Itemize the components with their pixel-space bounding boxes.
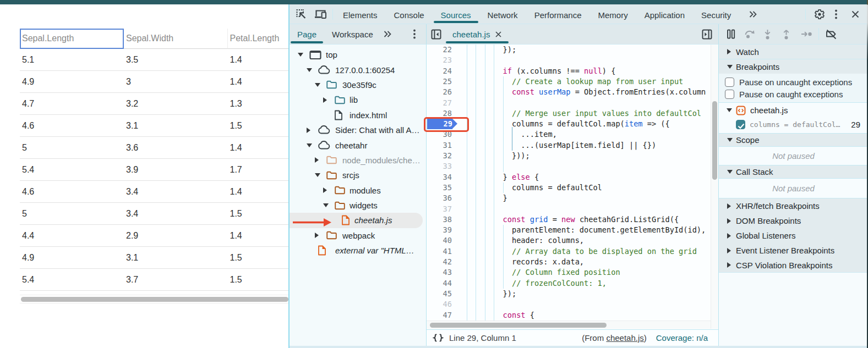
devtools-tab-elements[interactable]: Elements xyxy=(335,4,386,24)
table-cell[interactable]: 3.4 xyxy=(124,203,228,225)
table-header-cell[interactable]: Petal.Length xyxy=(228,29,289,49)
tree-collapse-arrow-icon[interactable] xyxy=(323,203,329,207)
line-number[interactable]: 38 xyxy=(427,214,452,225)
table-cell[interactable]: 1.5 xyxy=(228,115,289,137)
table-cell[interactable]: 3.1 xyxy=(124,115,228,137)
line-number[interactable]: 22 xyxy=(427,45,452,55)
line-number[interactable]: 23 xyxy=(427,55,452,65)
breakpoint-file-group[interactable]: cheetah.js xyxy=(719,103,868,118)
tree-collapse-arrow-icon[interactable] xyxy=(307,68,312,72)
code-line-22[interactable]: 22 }); xyxy=(427,45,711,55)
tree-item-webpack[interactable]: webpack xyxy=(290,228,426,243)
tree-item-widgets[interactable]: widgets xyxy=(290,198,426,213)
table-cell[interactable]: 1.7 xyxy=(228,159,289,181)
line-number[interactable]: 41 xyxy=(427,246,452,257)
devtools-tab-application[interactable]: Application xyxy=(636,4,693,24)
code-line-36[interactable]: 36 } xyxy=(427,193,711,203)
more-tabs-icon[interactable] xyxy=(749,10,758,18)
page-hscroll-thumb[interactable] xyxy=(21,297,288,302)
tree-item-top[interactable]: top xyxy=(290,47,426,62)
code-line-46[interactable]: 46 xyxy=(427,299,711,310)
section-event-listener-breakpoints[interactable]: Event Listener Breakpoints xyxy=(719,243,868,258)
editor-horizontal-scrollbar[interactable] xyxy=(427,321,711,329)
line-number[interactable]: 42 xyxy=(427,257,452,267)
code-line-25[interactable]: 25 // Create a lookup map from user inpu… xyxy=(427,76,711,87)
tree-expand-arrow-icon[interactable] xyxy=(315,157,319,163)
hide-navigator-icon[interactable] xyxy=(431,29,441,40)
table-header-cell[interactable]: Sepal.Width xyxy=(124,29,228,49)
table-cell[interactable]: 4.6 xyxy=(20,115,124,137)
step-over-icon[interactable] xyxy=(744,30,756,39)
settings-gear-icon[interactable] xyxy=(814,9,825,20)
table-cell[interactable]: 3.4 xyxy=(124,181,228,203)
table-cell[interactable]: 5.4 xyxy=(20,269,124,291)
tree-expand-arrow-icon[interactable] xyxy=(307,128,310,133)
line-number[interactable]: 46 xyxy=(427,299,452,310)
code-line-40[interactable]: 40 header: columns, xyxy=(427,235,711,246)
code-line-26[interactable]: 26 const userMap = Object.fromEntries(x.… xyxy=(427,87,711,97)
line-number[interactable]: 37 xyxy=(427,204,452,214)
table-cell[interactable]: 1.4 xyxy=(228,137,289,159)
line-number[interactable]: 25 xyxy=(427,76,452,87)
table-cell[interactable]: 3.1 xyxy=(124,247,228,269)
line-number[interactable]: 24 xyxy=(427,66,452,76)
section-csp-violation-breakpoints[interactable]: CSP Violation Breakpoints xyxy=(719,258,868,273)
navigator-menu-icon[interactable] xyxy=(413,29,416,39)
pause-on-caught-checkbox[interactable] xyxy=(725,90,734,99)
pause-on-uncaught-checkbox[interactable] xyxy=(725,78,734,87)
section-dom-breakpoints[interactable]: DOM Breakpoints xyxy=(719,213,868,228)
navigator-tab-page[interactable]: Page xyxy=(290,24,324,44)
section-breakpoints[interactable]: Breakpoints xyxy=(719,59,868,74)
code-line-44[interactable]: 44 // frozenColCount: 1, xyxy=(427,278,711,289)
table-cell[interactable]: 4.9 xyxy=(20,71,124,93)
table-cell[interactable]: 3 xyxy=(124,71,228,93)
devtools-tab-memory[interactable]: Memory xyxy=(590,4,636,24)
step-icon[interactable] xyxy=(801,31,812,37)
tree-expand-arrow-icon[interactable] xyxy=(323,97,327,103)
line-number[interactable]: 44 xyxy=(427,278,452,289)
table-cell[interactable]: 5.1 xyxy=(20,49,124,71)
code-line-37[interactable]: 37 xyxy=(427,204,711,214)
section-call-stack[interactable]: Call Stack xyxy=(719,165,868,178)
code-line-33[interactable]: 33 xyxy=(427,161,711,172)
code-line-35[interactable]: 35 columns = defaultCol xyxy=(427,183,711,193)
tree-item-index.html[interactable]: index.html xyxy=(290,108,426,123)
code-line-31[interactable]: 31 ...(userMap[item.field] || {}) xyxy=(427,140,711,151)
devtools-tab-sources[interactable]: Sources xyxy=(433,4,479,24)
table-cell[interactable]: 4.4 xyxy=(20,225,124,247)
line-number[interactable]: 47 xyxy=(427,310,452,321)
table-cell[interactable]: 1.4 xyxy=(228,49,289,71)
editor-vscroll-thumb[interactable] xyxy=(712,101,717,180)
line-number[interactable]: 27 xyxy=(427,98,452,108)
line-number[interactable]: 43 xyxy=(427,267,452,278)
tree-item-modules[interactable]: modules xyxy=(290,183,426,198)
line-number[interactable]: 45 xyxy=(427,289,452,299)
table-cell[interactable]: 4.7 xyxy=(20,93,124,115)
page-horizontal-scrollbar[interactable] xyxy=(20,295,288,303)
line-number[interactable]: 31 xyxy=(427,140,452,151)
code-line-24[interactable]: 24 if (x.columns !== null) { xyxy=(427,66,711,76)
line-number[interactable]: 26 xyxy=(427,87,452,97)
devtools-tab-network[interactable]: Network xyxy=(479,4,526,24)
show-sidebar-icon[interactable] xyxy=(702,29,712,40)
editor-vscroll-track[interactable] xyxy=(711,45,719,329)
table-cell[interactable]: 3.2 xyxy=(124,93,228,115)
breakpoint-enabled-checkbox[interactable] xyxy=(736,120,745,129)
table-header-cell[interactable]: Sepal.Length xyxy=(20,29,124,49)
tree-item-30e35f9c[interactable]: 30e35f9c xyxy=(290,78,426,92)
breakpoint-entry[interactable]: columns = defaultCol…29 xyxy=(719,118,868,131)
close-devtools-icon[interactable] xyxy=(851,10,860,19)
pretty-print-icon[interactable] xyxy=(433,334,444,342)
table-cell[interactable]: 5.4 xyxy=(20,159,124,181)
close-file-tab-icon[interactable] xyxy=(495,31,502,38)
code-line-27[interactable]: 27 xyxy=(427,98,711,108)
code-line-42[interactable]: 42 records: x.data, xyxy=(427,257,711,267)
tree-item-127.0.0.1-60254[interactable]: 127.0.0.1:60254 xyxy=(290,62,426,77)
line-number[interactable]: 40 xyxy=(427,235,452,246)
tree-item-cheetahr[interactable]: cheetahr xyxy=(290,137,426,152)
step-into-icon[interactable] xyxy=(763,29,772,40)
code-line-45[interactable]: 45 }); xyxy=(427,289,711,299)
tree-item-node-modules-che-[interactable]: node_modules/che… xyxy=(290,153,426,168)
code-line-43[interactable]: 43 // Column fixed position xyxy=(427,267,711,278)
coverage-status[interactable]: Coverage: n/a xyxy=(656,333,708,343)
